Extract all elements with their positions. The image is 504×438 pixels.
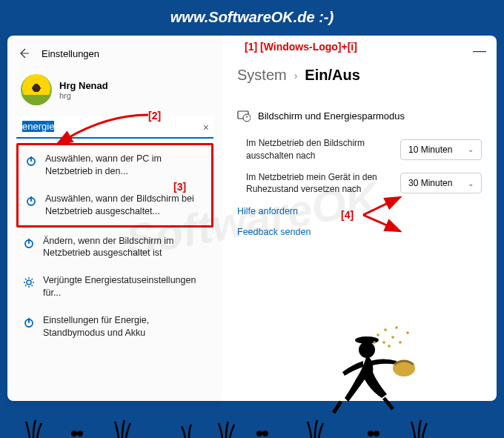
user-name: Hrg Nenad (59, 80, 108, 91)
svg-point-21 (388, 345, 391, 348)
search-box: × (16, 116, 213, 139)
result-item[interactable]: Auswählen, wann der Bildschirm bei Netzb… (19, 185, 211, 225)
search-input[interactable] (16, 116, 213, 139)
power-icon (22, 236, 36, 250)
search-results-highlighted: Auswählen, wann der PC im Netzbetrieb in… (16, 143, 213, 228)
svg-point-15 (384, 328, 387, 331)
result-item[interactable]: Ändern, wenn der Bildschirm im Netzbetri… (16, 228, 213, 268)
sleep-dropdown[interactable]: 30 Minuten ⌄ (400, 173, 482, 193)
running-figure-icon (326, 324, 437, 435)
screen-off-dropdown[interactable]: 10 Minuten ⌄ (400, 139, 482, 160)
power-icon (24, 154, 38, 167)
result-text: Auswählen, wann der Bildschirm bei Netzb… (45, 193, 205, 218)
page-title: Einstellungen (42, 48, 99, 59)
result-item[interactable]: Verjüngte Energiestatuseinstellungen für… (16, 267, 213, 307)
chevron-right-icon: › (294, 70, 298, 82)
user-row[interactable]: Hrg Nenad hrg (16, 74, 213, 105)
svg-point-17 (395, 326, 398, 329)
back-row: Einstellungen (16, 46, 213, 61)
section-label: Bildschirm und Energiesparmodus (258, 110, 405, 122)
help-link[interactable]: Hilfe anfordern (237, 206, 482, 216)
user-info: Hrg Nenad hrg (59, 80, 108, 100)
settings-group: Im Netzbetrieb den Bildschirm ausschalte… (237, 137, 482, 196)
dropdown-value: 10 Minuten (408, 145, 452, 155)
clear-icon[interactable]: × (203, 122, 209, 133)
search-results-plain: Ändern, wenn der Bildschirm im Netzbetri… (16, 228, 213, 347)
svg-point-24 (77, 431, 83, 437)
chevron-down-icon: ⌄ (468, 145, 474, 153)
result-item[interactable]: Auswählen, wann der PC im Netzbetrieb in… (19, 145, 211, 185)
screen-power-icon (237, 109, 251, 122)
svg-point-20 (406, 331, 409, 334)
result-text: Ändern, wenn der Bildschirm im Netzbetri… (43, 235, 208, 260)
arrow-left-icon (18, 47, 30, 59)
result-text: Auswählen, wann der PC im Netzbetrieb in… (45, 153, 205, 178)
svg-point-26 (262, 431, 268, 437)
gear-icon (22, 276, 36, 289)
breadcrumb-system[interactable]: System (237, 67, 287, 84)
svg-point-6 (27, 280, 31, 285)
back-button[interactable] (16, 46, 31, 61)
power-icon (22, 316, 36, 329)
svg-point-18 (399, 341, 402, 344)
section-header[interactable]: Bildschirm und Energiesparmodus (237, 102, 482, 130)
svg-point-16 (391, 336, 394, 339)
minimize-button[interactable]: — (473, 43, 486, 59)
power-icon (24, 194, 38, 208)
breadcrumb: System › Ein/Aus (237, 67, 482, 84)
svg-point-14 (377, 334, 379, 336)
left-panel: Einstellungen Hrg Nenad hrg × Auswählen,… (7, 36, 222, 401)
chevron-down-icon: ⌄ (468, 179, 474, 188)
svg-point-25 (256, 431, 262, 437)
setting-row: Im Netzbetrieb mein Gerät in den Ruhezus… (246, 171, 482, 196)
dropdown-value: 30 Minuten (408, 178, 452, 188)
setting-row: Im Netzbetrieb den Bildschirm ausschalte… (246, 137, 482, 162)
user-sub: hrg (59, 91, 108, 100)
result-item[interactable]: Einstellungen für Energie, Standbymodus … (16, 307, 213, 347)
avatar (21, 74, 52, 105)
svg-point-19 (382, 341, 385, 344)
svg-point-22 (373, 341, 376, 344)
setting-label: Im Netzbetrieb mein Gerät in den Ruhezus… (246, 171, 391, 196)
feedback-link[interactable]: Feedback senden (237, 227, 482, 237)
breadcrumb-current: Ein/Aus (305, 67, 359, 84)
setting-label: Im Netzbetrieb den Bildschirm ausschalte… (246, 137, 391, 162)
svg-point-23 (71, 431, 77, 437)
result-text: Verjüngte Energiestatuseinstellungen für… (43, 274, 208, 299)
site-header: www.SoftwareOK.de :-) (170, 9, 334, 26)
result-text: Einstellungen für Energie, Standbymodus … (43, 314, 208, 339)
